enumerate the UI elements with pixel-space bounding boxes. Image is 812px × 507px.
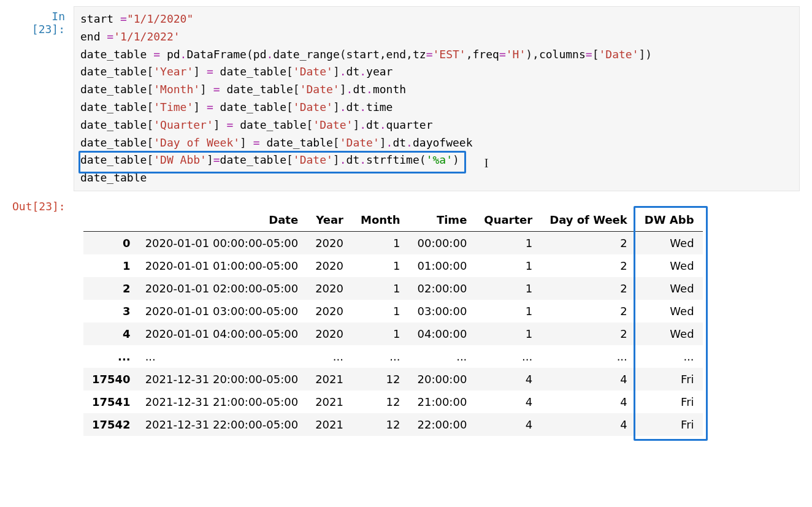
code-token: dt	[353, 83, 366, 96]
table-cell: ...	[475, 345, 541, 368]
table-cell: 2020	[307, 231, 352, 254]
code-token: 'Date'	[340, 136, 380, 149]
table-cell: 2020-01-01 04:00:00-05:00	[142, 322, 307, 345]
table-cell: 2	[541, 254, 636, 277]
row-index: 0	[83, 231, 142, 254]
code-token: [	[147, 136, 153, 149]
table-cell: Wed	[636, 231, 703, 254]
row-index: 4	[83, 322, 142, 345]
table-cell: 4	[541, 368, 636, 391]
table-cell: 4	[475, 413, 541, 436]
code-token: .	[340, 65, 347, 78]
table-cell: Wed	[636, 277, 703, 300]
code-token: [	[147, 65, 153, 78]
table-cell: Fri	[636, 368, 703, 391]
code-token: ]	[240, 136, 247, 149]
code-token: [	[307, 118, 313, 131]
code-token: [	[147, 83, 153, 96]
code-token: pd	[160, 48, 180, 61]
code-line[interactable]: date_table	[80, 169, 793, 187]
code-token: =	[153, 48, 160, 61]
code-token: [	[293, 83, 300, 96]
table-cell: 2021-12-31 20:00:00-05:00	[142, 368, 307, 391]
table-cell: 2020-01-01 00:00:00-05:00	[142, 231, 307, 254]
code-token: tz	[413, 48, 426, 61]
table-row: 42020-01-01 04:00:00-05:002020104:00:001…	[83, 322, 703, 345]
code-token: ]	[200, 83, 207, 96]
code-token: =	[207, 101, 213, 113]
output-area: DateYearMonthTimeQuarterDay of WeekDW Ab…	[74, 196, 800, 438]
row-index: 17542	[83, 413, 142, 436]
table-cell: ...	[541, 345, 636, 368]
code-line[interactable]: date_table = pd.DataFrame(pd.date_range(…	[80, 46, 793, 64]
table-cell: 1	[352, 300, 409, 322]
table-cell: 2	[541, 322, 636, 345]
code-line[interactable]: date_table['Month'] = date_table['Date']…	[80, 81, 793, 99]
table-cell: 4	[475, 391, 541, 413]
table-header: Year	[307, 208, 352, 232]
code-input-area[interactable]: start ="1/1/2020"end ='1/1/2022'date_tab…	[74, 6, 800, 191]
code-token	[200, 101, 207, 113]
code-line[interactable]: date_table['Quarter'] = date_table['Date…	[80, 116, 793, 134]
code-token: date_table	[213, 65, 286, 78]
code-token: .	[359, 153, 366, 166]
table-cell: 1	[352, 231, 409, 254]
code-token: [	[333, 136, 340, 149]
code-token: pd	[253, 48, 267, 61]
code-token: ,	[406, 48, 413, 61]
code-token: 'Date'	[300, 83, 340, 96]
code-line[interactable]: date_table['Year'] = date_table['Date'].…	[80, 63, 793, 81]
code-token: dt	[347, 153, 360, 166]
table-cell: ...	[142, 345, 307, 368]
table-cell: ...	[409, 345, 476, 368]
code-token: dt	[347, 101, 360, 113]
code-token: date_table	[220, 83, 293, 96]
row-index: 17540	[83, 368, 142, 391]
dataframe-table: DateYearMonthTimeQuarterDay of WeekDW Ab…	[83, 208, 703, 436]
table-cell: 21:00:00	[409, 391, 476, 413]
table-cell: 2021-12-31 21:00:00-05:00	[142, 391, 307, 413]
code-token: [	[147, 153, 153, 166]
table-cell: ...	[307, 345, 352, 368]
code-token: 'Day of Week'	[153, 136, 240, 149]
table-cell: 4	[541, 413, 636, 436]
table-cell: 1	[475, 254, 541, 277]
table-cell: 1	[352, 322, 409, 345]
code-token: date_table	[80, 48, 153, 61]
table-cell: 2021-12-31 22:00:00-05:00	[142, 413, 307, 436]
code-line[interactable]: date_table['DW Abb']=date_table['Date'].…	[80, 151, 793, 169]
code-token: =	[213, 153, 220, 166]
code-token: .	[386, 136, 393, 149]
code-line[interactable]: date_table['Time'] = date_table['Date'].…	[80, 99, 793, 116]
row-index: 2	[83, 277, 142, 300]
code-token: =	[499, 48, 506, 61]
table-cell: 1	[475, 277, 541, 300]
code-token: ]	[207, 153, 213, 166]
code-token: ,	[466, 48, 473, 61]
code-token: (	[247, 48, 253, 61]
table-cell: 00:00:00	[409, 231, 476, 254]
table-cell: 12	[352, 368, 409, 391]
code-token: (	[419, 153, 426, 166]
code-token: =	[253, 136, 260, 149]
table-cell: 2	[541, 300, 636, 322]
table-row: 22020-01-01 02:00:00-05:002020102:00:001…	[83, 277, 703, 300]
code-token: .	[380, 118, 386, 131]
code-token: ]	[333, 65, 340, 78]
code-token: date_table	[80, 118, 147, 131]
code-token: 'Date'	[313, 118, 353, 131]
code-token: start	[80, 12, 120, 25]
code-token: date_table	[80, 65, 147, 78]
code-line[interactable]: start ="1/1/2020"	[80, 10, 793, 28]
table-cell: ...	[352, 345, 409, 368]
code-token: start	[347, 48, 380, 61]
table-cell: 4	[541, 391, 636, 413]
table-header: Quarter	[475, 208, 541, 232]
code-token: dt	[366, 118, 380, 131]
code-token: 'Time'	[153, 101, 193, 113]
code-token: =	[213, 83, 220, 96]
code-line[interactable]: end ='1/1/2022'	[80, 28, 793, 46]
table-header: Time	[409, 208, 476, 232]
table-cell: 2020	[307, 322, 352, 345]
code-line[interactable]: date_table['Day of Week'] = date_table['…	[80, 134, 793, 152]
